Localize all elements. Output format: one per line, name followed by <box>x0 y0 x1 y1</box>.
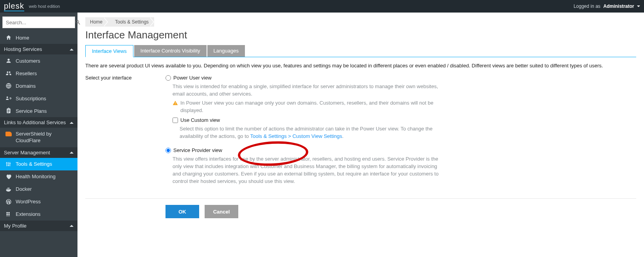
option-service-provider: Service Provider view This view offers i… <box>165 147 439 185</box>
sidebar-item-label: Subscriptions <box>16 96 46 101</box>
sidebar-item-label: WordPress <box>16 199 41 205</box>
sidebar-item-label: Docker <box>16 186 32 192</box>
sidebar-item-service-plans[interactable]: Service Plans <box>0 105 77 117</box>
chevron-up-icon <box>70 120 74 124</box>
cloudflare-icon <box>5 131 12 137</box>
docker-icon <box>5 186 12 192</box>
sidebar-item-extensions[interactable]: Extensions <box>0 208 77 221</box>
heart-icon <box>5 174 12 180</box>
sidebar-item-docker[interactable]: Docker <box>0 183 77 195</box>
sidebar-item-label: Extensions <box>16 211 41 217</box>
option-label: Power User view <box>173 75 212 81</box>
ok-button[interactable]: OK <box>165 205 199 218</box>
sidebar-item-label: Health Monitoring <box>16 174 56 179</box>
chevron-up-icon <box>70 47 74 51</box>
breadcrumb: Home Tools & Settings <box>85 17 636 27</box>
grid-icon <box>5 211 12 217</box>
search-box[interactable] <box>2 16 75 28</box>
edition-label: web host edition <box>29 4 60 9</box>
sidebar-item-customers[interactable]: Customers <box>0 54 77 67</box>
link-custom-view-settings[interactable]: Tools & Settings > Custom View Settings <box>250 133 342 139</box>
sidebar-item-label: Service Plans <box>16 108 47 114</box>
gear-icon <box>5 95 12 101</box>
radio-power-user[interactable] <box>165 75 171 81</box>
form-label: Select your interface <box>85 75 165 81</box>
option-description: This view offers interfaces for use by t… <box>173 156 439 185</box>
sidebar-item-home[interactable]: Home <box>0 31 77 44</box>
warning-icon <box>173 100 178 106</box>
globe-icon <box>5 83 12 89</box>
user-menu[interactable]: Logged in as Administrator <box>574 4 640 9</box>
sidebar-item-resellers[interactable]: Resellers <box>0 67 77 80</box>
sidebar-section-hosting-services[interactable]: Hosting Services <box>0 44 77 54</box>
checkbox-use-custom-view[interactable] <box>173 118 178 123</box>
user-icon <box>5 58 12 64</box>
tab-interface-controls-visibility[interactable]: Interface Controls Visibility <box>134 45 207 57</box>
wordpress-icon <box>5 199 12 205</box>
sidebar-item-tools-settings[interactable]: Tools & Settings <box>0 158 77 170</box>
main-content: Home Tools & Settings Interface Manageme… <box>77 13 644 257</box>
sidebar-item-label: Domains <box>16 83 36 89</box>
sidebar-section-my-profile[interactable]: My Profile <box>0 221 77 231</box>
option-label: Service Provider view <box>173 147 222 153</box>
intro-text: There are several product UI views avail… <box>85 63 636 69</box>
sidebar-item-label: Home <box>16 35 29 41</box>
sidebar-section-server-management[interactable]: Server Management <box>0 147 77 158</box>
cancel-button[interactable]: Cancel <box>205 205 238 218</box>
logged-in-label: Logged in as <box>574 4 601 9</box>
option-description: This view is intended for enabling a sin… <box>173 83 439 114</box>
sidebar-item-wordpress[interactable]: WordPress <box>0 195 77 208</box>
tab-interface-views[interactable]: Interface Views <box>85 45 133 57</box>
clipboard-icon <box>5 108 12 114</box>
top-bar: plesk web host edition Logged in as Admi… <box>0 0 644 13</box>
search-input[interactable] <box>3 17 75 28</box>
breadcrumb-item[interactable]: Tools & Settings <box>108 17 154 27</box>
chevron-up-icon <box>70 150 74 154</box>
sidebar-item-health-monitoring[interactable]: Health Monitoring <box>0 170 77 183</box>
radio-service-provider[interactable] <box>165 148 171 153</box>
sidebar-item-subscriptions[interactable]: Subscriptions <box>0 92 77 105</box>
separator <box>85 198 636 199</box>
option-use-custom-view: Use Custom view Select this option to li… <box>173 117 439 140</box>
button-row: OK Cancel <box>165 205 636 218</box>
home-icon <box>5 34 12 41</box>
sidebar-section-additional-services[interactable]: Links to Additional Services <box>0 117 77 128</box>
option-label: Use Custom view <box>180 117 220 123</box>
chevron-up-icon <box>70 223 74 227</box>
option-description: Select this option to limit the number o… <box>180 125 439 140</box>
sidebar-item-label: Resellers <box>16 71 37 76</box>
sidebar-item-domains[interactable]: Domains <box>0 80 77 92</box>
sidebar-item-label: Tools & Settings <box>16 161 52 167</box>
users-icon <box>5 70 12 76</box>
brand: plesk web host edition <box>4 2 60 11</box>
username: Administrator <box>603 4 634 9</box>
option-power-user: Power User view This view is intended fo… <box>165 75 439 140</box>
chevron-down-icon <box>637 5 640 9</box>
sidebar-item-label: Customers <box>16 58 40 64</box>
sidebar: Home Hosting Services Customers Reseller… <box>0 13 77 257</box>
sliders-icon <box>5 161 12 167</box>
page-title: Interface Management <box>85 29 636 41</box>
tab-bar: Interface Views Interface Controls Visib… <box>85 45 636 57</box>
sidebar-item-label: ServerShield by CloudFlare <box>16 131 74 144</box>
tab-languages[interactable]: Languages <box>207 45 245 57</box>
breadcrumb-item[interactable]: Home <box>85 17 108 27</box>
sidebar-item-servershield[interactable]: ServerShield by CloudFlare <box>0 128 77 147</box>
plesk-logo: plesk <box>4 2 24 11</box>
